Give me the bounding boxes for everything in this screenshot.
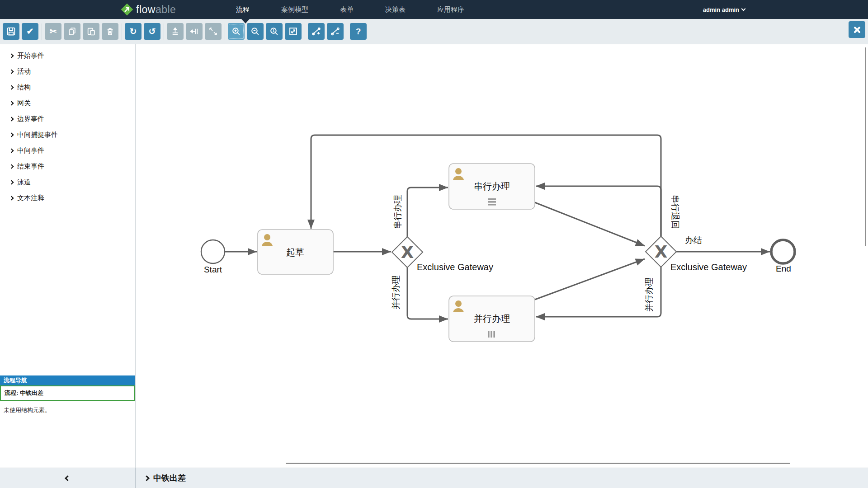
chevron-right-icon (9, 54, 14, 58)
zoom-actual-button[interactable]: 1 (266, 23, 283, 40)
user-task-draft[interactable]: 起草 (258, 230, 333, 274)
save-button[interactable] (3, 23, 19, 40)
palette-group-end-events[interactable]: 结束事件 (0, 159, 135, 174)
palette-sidebar: 开始事件 活动 结构 网关 边界事件 中间捕捉事件 中间事件 结束事件 (0, 44, 136, 468)
chevron-right-icon (9, 196, 14, 201)
nav-tabs: 流程 案例模型 表单 决策表 应用程序 (236, 0, 464, 19)
flow-gateway1-to-serial[interactable] (407, 188, 448, 237)
parallel-multi-instance-icon (488, 331, 495, 338)
toolbar-separator (305, 23, 305, 40)
gateway1-label: Exclusive Gateway (417, 262, 493, 272)
navigator-current-process[interactable]: 流程: 中铁出差 (0, 385, 135, 401)
palette-group-label: 中间捕捉事件 (17, 131, 58, 139)
copy-button[interactable] (64, 23, 80, 40)
palette-group-label: 结束事件 (17, 162, 44, 171)
chevron-right-icon (9, 164, 14, 169)
tab-forms[interactable]: 表单 (340, 5, 354, 14)
end-event-node[interactable]: End (771, 240, 795, 273)
editor-toolbar: ✔ ✂ ↻ ↺ (0, 19, 868, 44)
toolbar-separator (42, 23, 42, 40)
redo-icon: ↻ (130, 27, 137, 36)
bendpoint-add-icon (311, 27, 321, 36)
canvas-vertical-scrollbar[interactable] (865, 47, 866, 246)
shape-palette: 开始事件 活动 结构 网关 边界事件 中间捕捉事件 中间事件 结束事件 (0, 44, 135, 206)
edge-label-parallel-return: 并行办理 (644, 277, 654, 312)
zoom-fit-icon (288, 27, 298, 36)
flow-gateway1-to-parallel[interactable] (407, 267, 448, 319)
task-parallel-label: 并行办理 (474, 314, 510, 324)
zoom-out-button[interactable] (247, 23, 264, 40)
chevron-right-icon (9, 180, 14, 185)
close-icon (853, 25, 862, 34)
exclusive-gateway-1[interactable]: X Exclusive Gateway (392, 237, 493, 272)
bottom-bar: 中铁出差 (0, 468, 868, 488)
chevron-right-icon (144, 475, 150, 481)
chevron-down-icon (741, 6, 746, 11)
edge-label-serial-return: 串行退回 (670, 195, 680, 229)
same-size-button[interactable] (205, 23, 222, 40)
process-navigator-panel: 流程导航 流程: 中铁出差 未使用结构元素。 (0, 375, 135, 420)
canvas-horizontal-scrollbar[interactable] (286, 463, 790, 464)
help-button[interactable]: ? (350, 23, 367, 40)
navigator-note: 未使用结构元素。 (0, 401, 135, 420)
active-tab-caret (241, 19, 250, 23)
align-horizontal-icon (189, 27, 199, 36)
palette-group-activities[interactable]: 活动 (0, 64, 135, 80)
tab-apps[interactable]: 应用程序 (437, 5, 464, 14)
palette-group-start-events[interactable]: 开始事件 (0, 48, 135, 64)
validate-button[interactable]: ✔ (22, 23, 38, 40)
palette-group-intermediate-events[interactable]: 中间事件 (0, 143, 135, 159)
navigator-title: 流程导航 (0, 375, 135, 385)
palette-group-swimlanes[interactable]: 泳道 (0, 174, 135, 190)
redo-button[interactable]: ↻ (125, 23, 142, 40)
chevron-right-icon (9, 85, 14, 90)
copy-icon (67, 27, 77, 36)
top-navbar: flowable 流程 案例模型 表单 决策表 应用程序 admin admin (0, 0, 868, 19)
bendpoint-remove-button[interactable] (327, 23, 344, 40)
palette-group-structural[interactable]: 结构 (0, 80, 135, 95)
palette-group-text-annotation[interactable]: 文本注释 (0, 190, 135, 206)
start-event-node[interactable]: Start (201, 240, 225, 274)
process-properties-toggle[interactable]: 中铁出差 (136, 468, 868, 488)
zoom-in-button[interactable] (228, 23, 245, 40)
user-menu[interactable]: admin admin (703, 0, 745, 19)
align-vertical-button[interactable] (167, 23, 184, 40)
flow-parallel-to-gateway2[interactable] (535, 259, 645, 300)
palette-group-label: 边界事件 (17, 115, 44, 123)
undo-button[interactable]: ↺ (144, 23, 160, 40)
gateway-x-marker: X (655, 242, 668, 262)
sequential-multi-instance-icon (488, 198, 496, 206)
bendpoint-add-button[interactable] (308, 23, 325, 40)
flow-serial-to-gateway2[interactable] (535, 202, 645, 246)
palette-group-label: 网关 (17, 99, 31, 108)
help-icon: ? (356, 27, 361, 36)
palette-group-gateways[interactable]: 网关 (0, 95, 135, 111)
chevron-right-icon (9, 101, 14, 106)
paste-button[interactable] (83, 23, 99, 40)
cut-button[interactable]: ✂ (45, 23, 61, 40)
zoom-fit-button[interactable] (285, 23, 302, 40)
palette-group-intermediate-catching-events[interactable]: 中间捕捉事件 (0, 127, 135, 143)
brand-text: flowable (136, 4, 176, 16)
align-vertical-icon (170, 27, 180, 36)
align-horizontal-button[interactable] (186, 23, 203, 40)
check-icon: ✔ (27, 27, 34, 36)
end-event-label: End (776, 264, 791, 273)
flow-gateway2-return-to-serial[interactable] (536, 186, 661, 236)
flowable-logo-icon (121, 4, 133, 15)
tab-case-models[interactable]: 案例模型 (281, 5, 308, 14)
flowable-logo[interactable]: flowable (121, 0, 176, 19)
palette-group-boundary-events[interactable]: 边界事件 (0, 111, 135, 127)
user-task-serial[interactable]: 串行办理 (449, 164, 535, 209)
start-event-label: Start (204, 265, 222, 274)
palette-group-label: 中间事件 (17, 146, 44, 155)
user-task-parallel[interactable]: 并行办理 (449, 296, 535, 342)
close-editor-button[interactable] (849, 21, 865, 38)
toolbar-separator (122, 23, 122, 40)
collapse-sidebar-button[interactable] (0, 468, 136, 488)
tab-processes[interactable]: 流程 (236, 5, 250, 14)
tab-decision-tables[interactable]: 决策表 (385, 5, 406, 14)
delete-button[interactable] (102, 23, 118, 40)
bendpoint-remove-icon (330, 27, 340, 36)
diagram-canvas[interactable]: 串行办理 并行办理 串行退回 并行办理 办结 Start 起草 X Exclus… (136, 44, 868, 468)
